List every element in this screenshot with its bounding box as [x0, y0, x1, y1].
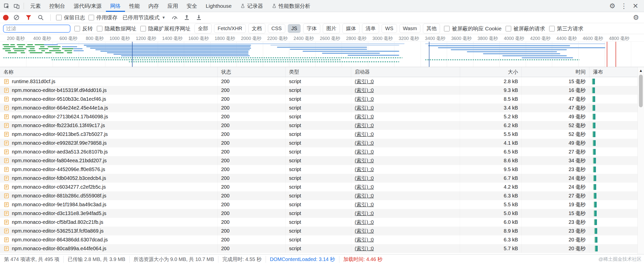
network-settings-gear-icon[interactable]: ⚙ [631, 13, 641, 23]
column-header-size[interactable]: 大小 [460, 67, 522, 77]
column-header-waterfall[interactable]: 瀑布 [589, 67, 644, 77]
filter-chip-JS[interactable]: JS [288, 24, 301, 33]
filter-chip-CSS[interactable]: CSS [268, 24, 285, 33]
hide-data-urls-checkbox[interactable]: 隐藏数据网址 [97, 25, 136, 32]
table-row[interactable]: runtime.8311d0cf.js200script(索引) :02.8 k… [0, 77, 644, 86]
tab-应用[interactable]: 应用 [163, 0, 182, 12]
filter-input[interactable] [3, 25, 70, 33]
hide-extension-urls-checkbox[interactable]: 隐藏扩展程序网址 [140, 25, 190, 32]
table-row[interactable]: npm.monaco-editor-e992823f.99e79858.js20… [0, 139, 644, 147]
column-header-initiator[interactable]: 启动器 [351, 67, 460, 77]
initiator-link[interactable]: (索引) :0 [355, 131, 374, 138]
table-row[interactable]: npm.monaco-editor-fb223d16.13f49c17.js20… [0, 121, 644, 130]
filter-chip-媒体[interactable]: 媒体 [342, 24, 359, 33]
tab-源代码/来源[interactable]: 源代码/来源 [69, 0, 106, 12]
close-icon[interactable]: ✕ [630, 1, 640, 11]
table-row[interactable]: npm.monaco-editor-5362513f.fcf0a869.js20… [0, 227, 644, 235]
table-row[interactable]: npm.monaco-editor-d3c131e8.3e94fad5.js20… [0, 209, 644, 218]
table-row[interactable]: npm.monaco-editor-664e24e2.45e44e1a.js20… [0, 103, 644, 112]
import-har-icon[interactable] [183, 13, 191, 22]
clear-icon[interactable] [12, 13, 21, 22]
disable-cache-input[interactable] [89, 15, 94, 20]
preserve-log-input[interactable] [56, 15, 62, 20]
table-row[interactable]: npm.monaco-editor-cf5bf3ad.802c21fb.js20… [0, 218, 644, 227]
inspect-element-icon[interactable] [2, 1, 12, 11]
blocked-cookies-input[interactable] [444, 26, 450, 31]
scrollbar-up-icon[interactable]: ▲ [638, 67, 644, 74]
filter-chip-字体[interactable]: 字体 [303, 24, 320, 33]
initiator-link[interactable]: (索引) :0 [355, 148, 374, 155]
table-row[interactable]: npm.monaco-editor-9510b33c.0a1ecf46.js20… [0, 95, 644, 103]
table-row[interactable]: npm.monaco-editor-90213be5.c37b5027.js20… [0, 130, 644, 139]
tab-记录器[interactable]: 记录器 [236, 0, 267, 12]
column-header-name[interactable]: 名称 [0, 67, 218, 77]
initiator-link[interactable]: (索引) :0 [355, 184, 374, 190]
initiator-link[interactable]: (索引) :0 [355, 78, 374, 85]
table-row[interactable]: npm.monaco-editor-864386dd.6307dcad.js20… [0, 235, 644, 244]
filter-chip-文档[interactable]: 文档 [248, 24, 265, 33]
initiator-link[interactable]: (索引) :0 [355, 236, 374, 243]
filter-icon[interactable] [24, 13, 33, 22]
network-conditions-icon[interactable] [171, 13, 179, 22]
initiator-link[interactable]: (索引) :0 [355, 96, 374, 102]
invert-input[interactable] [74, 26, 80, 31]
table-row[interactable]: npm.monaco-editor-80ca899a.e44fe064.js20… [0, 244, 644, 253]
table-row[interactable]: npm.monaco-editor-2713b624.17b46098.js20… [0, 112, 644, 121]
filter-chip-WS[interactable]: WS [382, 24, 397, 33]
tab-内存[interactable]: 内存 [144, 0, 163, 12]
tab-元素[interactable]: 元素 [26, 0, 45, 12]
table-row[interactable]: npm.monaco-editor-4452096e.ff0e8576.js20… [0, 165, 644, 174]
timeline-overview[interactable]: 200 毫秒400 毫秒600 毫秒800 毫秒1000 毫秒1200 毫秒14… [0, 34, 644, 67]
tab-性能数据分析[interactable]: 性能数据分析 [267, 0, 315, 12]
table-row[interactable]: npm.monaco-editor-fdb04052.b3cedcb4.js20… [0, 174, 644, 183]
initiator-link[interactable]: (索引) :0 [355, 192, 374, 199]
table-row[interactable]: npm.monaco-editor-aed3a513.26c8107b.js20… [0, 147, 644, 156]
initiator-link[interactable]: (索引) :0 [355, 113, 374, 120]
initiator-link[interactable]: (索引) :0 [355, 166, 374, 173]
throttling-select[interactable]: 已停用节流模式 ▼ [121, 13, 167, 22]
tab-安全[interactable]: 安全 [182, 0, 202, 12]
table-row[interactable]: npm.monaco-editor-881b286c.d555908f.js20… [0, 191, 644, 200]
table-row[interactable]: npm.monaco-editor-b415319f.d94dd016.js20… [0, 86, 644, 95]
initiator-link[interactable]: (索引) :0 [355, 140, 374, 146]
filter-chip-Fetch/XHR[interactable]: Fetch/XHR [214, 24, 246, 33]
blocked-requests-input[interactable] [506, 26, 511, 31]
scrollbar-thumb[interactable] [639, 75, 643, 107]
vertical-scrollbar[interactable]: ▲ [637, 67, 644, 254]
more-menu-icon[interactable]: ⋮ [619, 1, 629, 11]
initiator-link[interactable]: (索引) :0 [355, 219, 374, 226]
initiator-link[interactable]: (索引) :0 [355, 157, 374, 164]
initiator-link[interactable]: (索引) :0 [355, 228, 374, 234]
tab-网络[interactable]: 网络 [106, 0, 125, 12]
table-row[interactable]: npm.monaco-editor-fa804eea.21bdd207.js20… [0, 156, 644, 165]
initiator-link[interactable]: (索引) :0 [355, 175, 374, 182]
hide-extension-urls-input[interactable] [140, 26, 146, 31]
disable-cache-checkbox[interactable]: 停用缓存 [89, 14, 117, 21]
filter-chip-清单[interactable]: 清单 [362, 24, 379, 33]
device-toolbar-icon[interactable] [12, 1, 22, 11]
third-party-checkbox[interactable]: 第三方请求 [549, 25, 583, 32]
settings-gear-icon[interactable]: ⚙ [607, 1, 617, 11]
third-party-input[interactable] [549, 26, 555, 31]
filter-chip-全部[interactable]: 全部 [194, 24, 212, 33]
initiator-link[interactable]: (索引) :0 [355, 245, 374, 252]
blocked-requests-checkbox[interactable]: 被屏蔽的请求 [506, 25, 545, 32]
tab-Lighthouse[interactable]: Lighthouse [202, 0, 236, 12]
invert-checkbox[interactable]: 反转 [74, 25, 93, 32]
initiator-link[interactable]: (索引) :0 [355, 210, 374, 217]
initiator-link[interactable]: (索引) :0 [355, 201, 374, 208]
filter-chip-图片[interactable]: 图片 [323, 24, 340, 33]
tab-性能[interactable]: 性能 [125, 0, 144, 12]
filter-chip-其他[interactable]: 其他 [423, 24, 440, 33]
search-icon[interactable] [36, 13, 45, 22]
initiator-link[interactable]: (索引) :0 [355, 87, 374, 94]
preserve-log-checkbox[interactable]: 保留日志 [56, 14, 85, 21]
table-row[interactable]: npm.monaco-editor-9e1f1984.ba49c3ad.js20… [0, 200, 644, 209]
filter-chip-Wasm[interactable]: Wasm [399, 24, 421, 33]
tab-控制台[interactable]: 控制台 [45, 0, 69, 12]
initiator-link[interactable]: (索引) :0 [355, 104, 374, 111]
record-button[interactable] [3, 15, 9, 20]
hide-data-urls-input[interactable] [97, 26, 102, 31]
column-header-type[interactable]: 类型 [286, 67, 351, 77]
export-har-icon[interactable] [195, 13, 203, 22]
